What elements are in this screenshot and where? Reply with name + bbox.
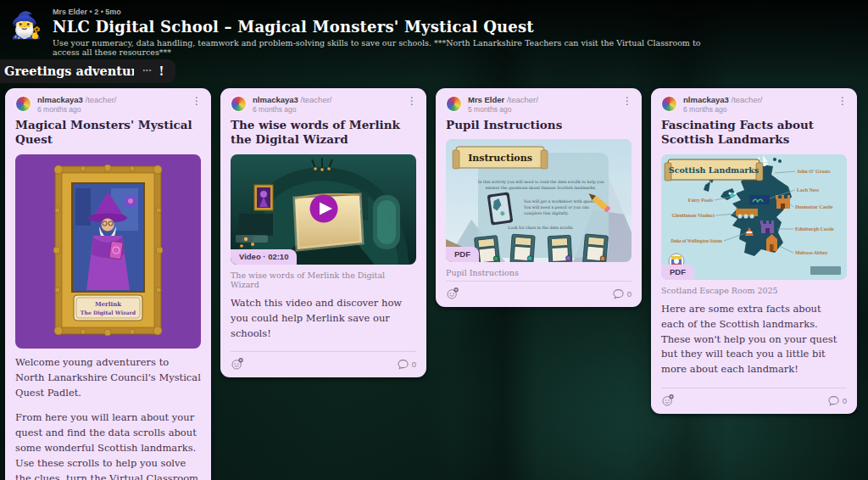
- pdf-badge: PDF: [661, 265, 694, 280]
- instructions-page-graphic: Instructions In this activity you will n…: [446, 139, 632, 262]
- post-card-merlink-video[interactable]: nlmackaya3 /teacher/ 6 months ago ⋮ The …: [220, 88, 426, 377]
- library-scene-graphic: [231, 154, 416, 265]
- author-name: nlmackaya3: [253, 95, 298, 104]
- kebab-menu-icon[interactable]: ⋮: [403, 94, 420, 108]
- post-paragraph: Here are some extra facts about each of …: [661, 302, 847, 377]
- post-body: Watch this video and discover how you co…: [231, 296, 416, 341]
- comment-count: 0: [627, 289, 632, 299]
- edinburgh-castle-icon: [760, 220, 774, 233]
- video-duration-badge: Video · 02:10: [231, 249, 297, 265]
- comment-count: 0: [412, 360, 416, 369]
- post-paragraph: Watch this video and discover how you co…: [231, 296, 416, 341]
- instruction-line: answer the questions about famous Scotti…: [486, 186, 597, 190]
- loch-ness-icon: [749, 195, 770, 204]
- post-time: 5 months ago: [468, 105, 538, 114]
- board-subtitle: Use your numeracy, data handling, teamwo…: [53, 38, 714, 57]
- post-card-mystical-quest[interactable]: nlmackaya3 /teacher/ 6 months ago ⋮ Magi…: [5, 88, 211, 480]
- wizard-portrait-graphic: Merlink The Digital Wizard: [15, 154, 201, 349]
- post-title: The wise words of Merlink the Digital Wi…: [231, 118, 416, 148]
- framed-wizard-image[interactable]: Merlink The Digital Wizard: [15, 154, 201, 349]
- scotland-map-graphic: John O' Groats Loch Ness Dunnottar Castl…: [661, 154, 847, 280]
- kebab-menu-icon[interactable]: ⋮: [619, 94, 636, 108]
- card-columns: nlmackaya3 /teacher/ 6 months ago ⋮ Magi…: [5, 88, 857, 480]
- dunnottar-castle-icon: [776, 195, 790, 209]
- map-label-john-o-groats: John O' Groats: [797, 169, 831, 174]
- post-title: Pupil Instructions: [446, 118, 632, 133]
- author-name: Mrs Elder: [468, 95, 504, 104]
- post-body: Welcome young adventurers to North Lanar…: [15, 355, 201, 480]
- comment-button[interactable]: 0: [612, 287, 632, 300]
- board-meta: Mrs Elder • 2 • 5mo: [53, 8, 714, 16]
- kebab-menu-icon[interactable]: ⋮: [834, 94, 851, 108]
- add-reaction-icon[interactable]: [446, 287, 459, 300]
- author-avatar: [231, 96, 247, 112]
- video-thumbnail[interactable]: Video · 02:10: [231, 154, 416, 265]
- author-name: nlmackaya3: [683, 95, 729, 104]
- post-card-pupil-instructions[interactable]: Mrs Elder /teacher/ 5 months ago ⋮ Pupil…: [436, 88, 642, 307]
- pdf-preview-landmarks-map[interactable]: John O' Groats Loch Ness Dunnottar Castl…: [661, 154, 847, 280]
- post-title: Magical Monsters' Mystical Quest: [15, 118, 201, 148]
- map-label-wellington: Duke of Wellington Statue: [670, 238, 722, 243]
- plaque-name: Merlink: [95, 300, 121, 308]
- author-role: /teacher/: [732, 95, 763, 104]
- wizard-avatar-icon[interactable]: 🧙‍♂️: [8, 6, 44, 57]
- board-header: 🧙‍♂️ Mrs Elder • 2 • 5mo NLC Digital Sch…: [8, 6, 714, 57]
- instruction-line: Look for clues in the data scrolls.: [508, 226, 574, 230]
- landmarks-banner: Scottish Landmarks: [669, 165, 759, 175]
- map-label-edinburgh: Edinburgh Castle: [795, 226, 834, 232]
- author-role: /teacher/: [507, 95, 538, 104]
- section-more-button[interactable]: ...: [134, 61, 160, 82]
- post-time: 6 months ago: [683, 105, 762, 114]
- post-body: Here are some extra facts about each of …: [661, 302, 847, 377]
- post-paragraph: From here you will learn about your ques…: [15, 410, 201, 480]
- author-name: nlmackaya3: [37, 95, 83, 104]
- map-label-melrose: Melrose Abbey: [795, 250, 827, 255]
- post-paragraph: Welcome young adventurers to North Lanar…: [15, 355, 201, 400]
- attachment-caption[interactable]: Scotland Escape Room 2025: [661, 286, 847, 295]
- author-avatar: [661, 96, 677, 112]
- post-card-scottish-landmarks[interactable]: nlmackaya3 /teacher/ 6 months ago ⋮ Fasc…: [651, 88, 857, 414]
- kebab-menu-icon[interactable]: ⋮: [188, 94, 205, 108]
- attachment-caption[interactable]: The wise words of Merlink the Digital Wi…: [231, 271, 416, 289]
- comment-button[interactable]: 0: [397, 358, 416, 371]
- author-avatar: [446, 96, 462, 112]
- plaque-subtitle: The Digital Wizard: [81, 310, 136, 316]
- pdf-badge: PDF: [446, 247, 479, 262]
- author-role: /teacher/: [301, 95, 332, 104]
- author-role: /teacher/: [86, 95, 117, 104]
- map-label-glenfinnan: Glenfinnan Viaduct: [671, 213, 715, 218]
- post-title: Fascinating Facts about Scottish Landmar…: [661, 118, 847, 148]
- post-time: 6 months ago: [37, 105, 116, 114]
- map-label-fairy-pools: Fairy Pools: [688, 198, 714, 203]
- attachment-caption[interactable]: Pupil Instructions: [446, 268, 632, 277]
- pdf-preview-instructions[interactable]: Instructions In this activity you will n…: [446, 139, 632, 262]
- comment-count: 0: [843, 396, 847, 405]
- post-time: 6 months ago: [253, 105, 331, 114]
- author-avatar: [15, 96, 31, 112]
- add-reaction-icon[interactable]: [231, 357, 244, 371]
- comment-button[interactable]: 0: [827, 394, 847, 407]
- map-label-loch-ness: Loch Ness: [797, 187, 820, 193]
- map-label-dunnottar: Dunnottar Castle: [795, 204, 833, 209]
- instructions-banner: Instructions: [468, 153, 532, 164]
- board-title: NLC Digital School – Magical Monsters' M…: [53, 18, 714, 36]
- add-reaction-icon[interactable]: [661, 393, 675, 407]
